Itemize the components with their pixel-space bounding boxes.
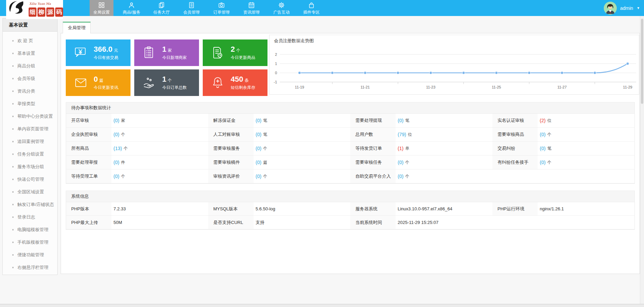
value-link[interactable]: (0) [398,118,403,123]
value-link[interactable]: (0) [113,174,119,179]
vertical-scrollbar[interactable] [640,16,644,304]
bullet-icon [12,53,14,54]
sidebar-item-4[interactable]: 会员等级 [3,72,57,85]
user-area[interactable]: admin ▼ [604,0,640,16]
sidebar-item-15[interactable]: 登录日志 [3,211,57,223]
value-link[interactable]: (0) [256,146,261,151]
nav-item-label: 商品/服务 [123,10,140,15]
value-link[interactable]: (0) [256,160,261,165]
bullet-icon [12,254,14,256]
nav-item-1[interactable]: 全局设置 [90,0,113,16]
hand-coins-icon [142,75,157,90]
stat-card-6[interactable]: 450条短信剩余库存 [203,69,267,96]
nav-item-label: 插件专区 [303,10,320,15]
sidebar-item-label: 登录日志 [17,214,35,220]
sidebar-item-16[interactable]: 电脑端模板管理 [3,223,57,236]
brand-logo[interactable]: Xiliu Yuan Ma 细柳源码 [6,0,63,19]
value-link[interactable]: (0) [540,146,546,151]
stat-card-5[interactable]: 1个今日订单总数 [134,69,199,96]
sidebar-item-7[interactable]: 帮助中心分类设置 [3,110,57,123]
user-name[interactable]: admin [620,5,633,11]
nav-item-5[interactable]: 订单管理 [210,0,233,16]
stat-card-label: 今日更新资讯 [94,85,118,91]
table-value: 5.6.50-log [254,202,350,216]
value-link[interactable]: (0) [256,132,261,137]
bullet-icon [12,204,14,205]
value-unit: 个 [405,160,409,165]
user-avatar[interactable] [604,2,617,15]
sysinfo-section: 系统信息 PHP版本7.2.33MYSQL版本5.6.50-log服务器系统Li… [66,191,635,230]
stat-card-2[interactable]: 1家今日新增商家 [134,39,199,66]
sidebar-item-8[interactable]: 单内容页面管理 [3,123,57,135]
bullet-icon [12,40,14,42]
nav-item-3[interactable]: 任务大厅 [150,0,173,16]
value-link[interactable]: (0) [256,174,261,179]
table-label: 是否支持CURL [208,216,254,229]
value-link[interactable]: (1) [398,146,403,151]
sidebar-item-17[interactable]: 手机版模板管理 [3,236,57,248]
sidebar-item-3[interactable]: 商品分组 [3,60,57,72]
table-label: 审核资讯评价 [208,169,254,183]
tab-global-manage[interactable]: 全局管理 [63,22,91,33]
sidebar-item-label: 基本设置 [17,50,35,56]
nav-item-8[interactable]: 插件专区 [300,0,323,16]
nav-item-2[interactable]: 商品/服务 [120,0,143,16]
grid-icon [98,1,105,9]
sidebar-item-10[interactable]: 任务分组设置 [3,148,57,160]
vertical-scrollbar-thumb[interactable] [641,19,643,104]
value-link[interactable]: (0) [256,118,261,123]
table-label: 需要审核任务 [350,156,396,169]
value-unit: 个 [547,160,551,165]
sidebar-item-9[interactable]: 追回案例管理 [3,135,57,148]
table-label: 自助交易平台介入 [350,169,396,183]
todo-table: 开店审核(0)家解冻保证金(0)笔需要处理提现(0)笔实名认证审核(2)位企业执… [66,114,634,183]
stat-card-label: 今日新增商家 [162,55,187,61]
table-label: 人工对账审核 [208,128,254,142]
sidebar-item-1[interactable]: 欢 迎 页 [3,34,57,47]
brand-seal-char-2: 源 [46,7,54,17]
sidebar-item-11[interactable]: 服务市场分组 [3,160,57,173]
value-link[interactable]: (13) [113,146,122,151]
value-link[interactable]: (0) [540,160,546,165]
value-link[interactable]: (79) [398,132,406,137]
value-unit: 个 [405,174,409,179]
stat-card-label: 今日有效交易 [94,55,118,61]
value-link[interactable]: (0) [398,174,403,179]
sidebar-item-19[interactable]: 右侧悬浮栏管理 [3,261,57,274]
stat-card-1[interactable]: 366.0元今日有效交易 [66,39,131,66]
nav-item-7[interactable]: 广告互动 [270,0,293,16]
stat-card-3[interactable]: 2个今日更新商品 [203,39,267,66]
svg-text:2: 2 [275,52,277,56]
sidebar-item-13[interactable]: 全国区域设置 [3,185,57,198]
sidebar-item-6[interactable]: 举报类型 [3,97,57,110]
table-value: 50M [111,216,208,229]
value-link[interactable]: (0) [113,118,119,123]
horizontal-scrollbar[interactable] [0,304,644,307]
bag-icon [308,1,315,9]
sidebar-item-2[interactable]: 基本设置 [3,47,57,60]
doc-clock-icon [210,45,225,60]
value-link[interactable]: (0) [113,132,119,137]
table-value: (0)篇 [254,156,350,169]
value-unit: 笔 [547,146,551,151]
value-link[interactable]: (2) [540,118,546,123]
table-value: 2025-11-29 15:25:07 [396,216,492,229]
sidebar-item-12[interactable]: 快递公司管理 [3,173,57,185]
value-link[interactable]: (0) [540,132,546,137]
table-value: (13)个 [111,142,208,156]
sidebar-item-5[interactable]: 资讯分类 [3,85,57,97]
sidebar-item-label: 快递公司管理 [17,176,44,182]
sidebar-item-label: 会员等级 [17,76,35,82]
nav-item-6[interactable]: 资讯管理 [240,0,263,16]
stat-card-value: 2个 [231,45,255,54]
table-value: (0)个 [538,156,634,169]
sidebar-item-18[interactable]: 便捷功能管理 [3,248,57,261]
stat-card-4[interactable]: 0篇今日更新资讯 [66,69,131,96]
value-link[interactable]: (0) [113,160,119,165]
value-link[interactable]: (0) [398,160,403,165]
stat-card-unit: 家 [168,48,172,53]
sidebar-item-14[interactable]: 触发订单/店铺状态 [3,198,57,211]
nav-item-4[interactable]: 会员管理 [180,0,203,16]
table-value: Linux3.10.0-957.el7.x86_64 [396,202,492,216]
stat-card-value: 1个 [162,75,187,84]
